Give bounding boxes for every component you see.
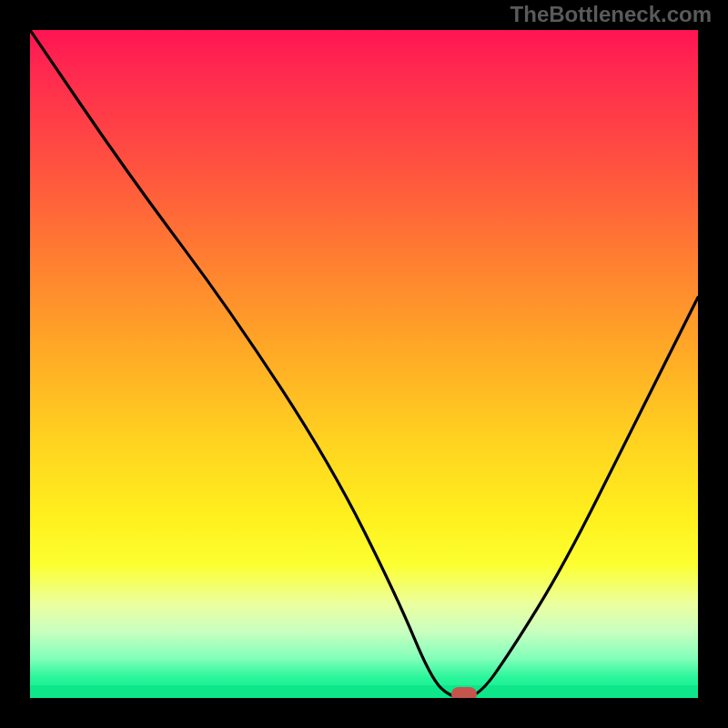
optimal-point-marker [451, 687, 477, 698]
watermark-text: TheBottleneck.com [511, 2, 712, 27]
bottleneck-curve [30, 30, 698, 698]
chart-container: TheBottleneck.com [0, 0, 728, 728]
plot-area [30, 30, 698, 698]
